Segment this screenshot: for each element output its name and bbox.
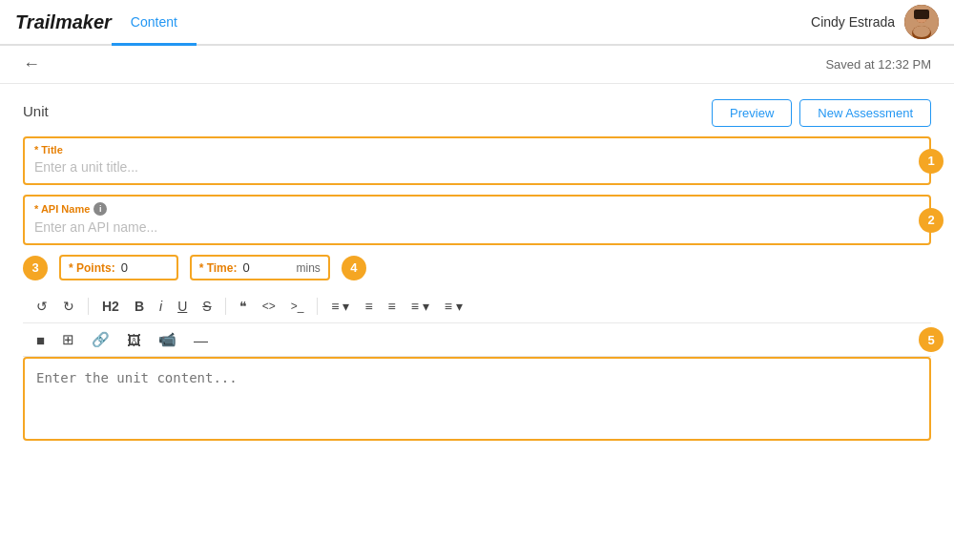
undo-button[interactable]: ↺ <box>31 296 53 317</box>
content-area[interactable] <box>25 359 929 435</box>
redo-button[interactable]: ↻ <box>57 296 80 317</box>
color-button[interactable]: ■ <box>31 329 51 351</box>
toolbar-sep-3 <box>317 298 318 315</box>
saved-status: Saved at 12:32 PM <box>825 57 931 72</box>
underline-button[interactable]: U <box>172 296 193 317</box>
avatar <box>904 5 939 39</box>
tab-content[interactable]: Content <box>112 1 197 46</box>
points-label: * Points: <box>69 261 115 275</box>
api-name-label: * API Name i <box>34 202 920 216</box>
title-input[interactable] <box>34 159 920 175</box>
time-unit: mins <box>296 261 320 275</box>
ordered-list-dropdown[interactable]: ≡ ▾ <box>439 296 468 317</box>
code-button[interactable]: <> <box>257 297 281 316</box>
time-label: * Time: <box>199 261 238 275</box>
logo: Trailmaker <box>15 11 112 33</box>
preview-button[interactable]: Preview <box>712 99 792 127</box>
api-name-input[interactable] <box>34 219 920 235</box>
divider-button[interactable]: — <box>188 329 214 351</box>
app-header: Trailmaker Content Cindy Estrada <box>0 0 954 46</box>
action-buttons: Preview New Assessment <box>712 99 931 127</box>
h2-button[interactable]: H2 <box>96 296 125 317</box>
points-field: * Points: <box>59 255 178 280</box>
toolbar-sep-1 <box>88 298 89 315</box>
title-label: * Title <box>34 144 920 156</box>
image-button[interactable]: 🖼 <box>121 329 147 351</box>
bold-button[interactable]: B <box>129 296 150 317</box>
align-left-button[interactable]: ≡ <box>359 296 378 317</box>
logo-trail: Trail <box>15 11 55 32</box>
strikethrough-button[interactable]: S <box>197 296 217 317</box>
logo-maker: maker <box>55 11 112 32</box>
api-name-info-icon[interactable]: i <box>93 202 107 216</box>
table-button[interactable]: ⊞ <box>56 328 80 351</box>
video-button[interactable]: 📹 <box>153 328 182 351</box>
title-field-group: * Title 1 <box>23 136 931 185</box>
unit-label: Unit <box>23 99 49 119</box>
sub-header: ← Saved at 12:32 PM <box>0 46 954 84</box>
title-field-wrapper: * Title <box>23 136 931 185</box>
svg-point-5 <box>913 26 930 37</box>
svg-rect-4 <box>914 10 929 19</box>
step-badge-1: 1 <box>919 149 944 174</box>
time-field: * Time: mins <box>190 255 330 280</box>
italic-button[interactable]: i <box>154 296 168 317</box>
step-badge-3: 3 <box>23 256 48 280</box>
user-name: Cindy Estrada <box>811 14 895 30</box>
api-name-field-wrapper: * API Name i <box>23 195 931 245</box>
content-area-wrapper <box>23 357 931 441</box>
align-dropdown[interactable]: ≡ ▾ <box>325 296 355 317</box>
step-badge-2: 2 <box>919 208 944 233</box>
link-button[interactable]: 🔗 <box>86 328 115 351</box>
time-input[interactable] <box>242 260 290 275</box>
back-button[interactable]: ← <box>23 54 40 74</box>
points-input[interactable] <box>121 260 169 275</box>
toolbar-row1: ↺ ↻ H2 B i U S ❝ <> >_ ≡ ▾ ≡ ≡ ≡ ▾ ≡ ▾ <box>23 290 931 323</box>
step-badge-4: 4 <box>342 256 366 280</box>
unit-header-row: Unit Preview New Assessment <box>23 99 931 127</box>
list-dropdown[interactable]: ≡ ▾ <box>405 296 435 317</box>
api-name-field-group: * API Name i 2 <box>23 195 931 245</box>
blockquote-button[interactable]: ❝ <box>234 296 253 317</box>
new-assessment-button[interactable]: New Assessment <box>799 99 931 127</box>
step-badge-5: 5 <box>919 327 944 352</box>
toolbar-sep-2 <box>225 298 226 315</box>
header-right: Cindy Estrada <box>811 5 939 39</box>
main-content: Unit Preview New Assessment * Title 1 * … <box>0 84 954 456</box>
align-center-button[interactable]: ≡ <box>383 296 402 317</box>
header-left: Trailmaker Content <box>15 0 197 46</box>
terminal-button[interactable]: >_ <box>285 297 310 316</box>
toolbar-row2: ■ ⊞ 🔗 🖼 📹 — 5 <box>23 323 931 357</box>
points-time-row: 3 * Points: * Time: mins 4 <box>23 255 931 280</box>
